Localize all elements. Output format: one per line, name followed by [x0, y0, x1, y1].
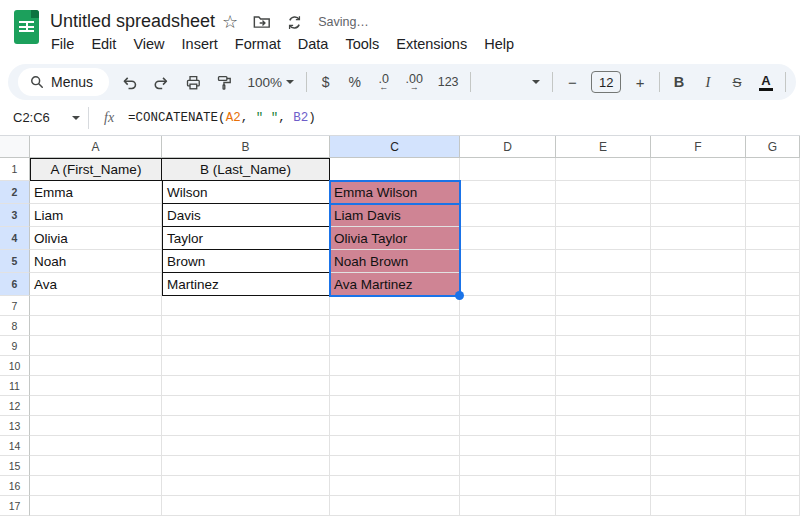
cell-D1[interactable] — [460, 158, 556, 181]
column-header-C[interactable]: C — [330, 136, 460, 158]
font-family-select[interactable] — [480, 69, 543, 95]
cell-A9[interactable] — [30, 336, 162, 356]
row-header-12[interactable]: 12 — [0, 396, 30, 416]
cell-A8[interactable] — [30, 316, 162, 336]
cell-F12[interactable] — [651, 396, 746, 416]
cell-C15[interactable] — [330, 456, 460, 476]
cell-D2[interactable] — [460, 181, 556, 204]
cell-D14[interactable] — [460, 436, 556, 456]
row-header-15[interactable]: 15 — [0, 456, 30, 476]
document-title[interactable]: Untitled spreadsheet — [50, 11, 215, 32]
cell-D13[interactable] — [460, 416, 556, 436]
menu-format[interactable]: Format — [233, 35, 283, 53]
cell-C4[interactable]: Olivia Taylor — [330, 227, 460, 250]
cell-C13[interactable] — [330, 416, 460, 436]
decrease-font-size-button[interactable]: − — [562, 69, 582, 95]
cell-F7[interactable] — [651, 296, 746, 316]
row-header-17[interactable]: 17 — [0, 496, 30, 516]
row-header-10[interactable]: 10 — [0, 356, 30, 376]
cell-G6[interactable] — [746, 273, 800, 296]
undo-button[interactable] — [118, 69, 141, 95]
cell-A14[interactable] — [30, 436, 162, 456]
cell-A17[interactable] — [30, 496, 162, 516]
cell-B13[interactable] — [162, 416, 330, 436]
row-header-14[interactable]: 14 — [0, 436, 30, 456]
cell-G12[interactable] — [746, 396, 800, 416]
cell-G3[interactable] — [746, 204, 800, 227]
cell-A1[interactable]: A (First_Name) — [30, 158, 162, 181]
cell-D3[interactable] — [460, 204, 556, 227]
cell-C6[interactable]: Ava Martinez — [330, 273, 460, 296]
cell-D15[interactable] — [460, 456, 556, 476]
cell-D8[interactable] — [460, 316, 556, 336]
column-header-D[interactable]: D — [460, 136, 556, 158]
cell-G13[interactable] — [746, 416, 800, 436]
cell-E11[interactable] — [556, 376, 651, 396]
select-all-corner[interactable] — [0, 136, 30, 158]
cell-E5[interactable] — [556, 250, 651, 273]
cell-E16[interactable] — [556, 476, 651, 496]
row-header-8[interactable]: 8 — [0, 316, 30, 336]
cell-F8[interactable] — [651, 316, 746, 336]
cell-C5[interactable]: Noah Brown — [330, 250, 460, 273]
cell-E9[interactable] — [556, 336, 651, 356]
cell-A12[interactable] — [30, 396, 162, 416]
column-header-B[interactable]: B — [162, 136, 330, 158]
menus-search-button[interactable]: Menus — [18, 68, 109, 96]
cell-F14[interactable] — [651, 436, 746, 456]
menu-tools[interactable]: Tools — [343, 35, 381, 53]
cell-B3[interactable]: Davis — [162, 204, 330, 227]
cell-B8[interactable] — [162, 316, 330, 336]
cell-D4[interactable] — [460, 227, 556, 250]
cell-D10[interactable] — [460, 356, 556, 376]
cell-C16[interactable] — [330, 476, 460, 496]
cell-D11[interactable] — [460, 376, 556, 396]
cell-B6[interactable]: Martinez — [162, 273, 330, 296]
text-color-button[interactable]: A — [756, 69, 776, 95]
cell-F15[interactable] — [651, 456, 746, 476]
cell-C17[interactable] — [330, 496, 460, 516]
cell-A10[interactable] — [30, 356, 162, 376]
cell-F16[interactable] — [651, 476, 746, 496]
cell-E15[interactable] — [556, 456, 651, 476]
row-header-3[interactable]: 3 — [0, 204, 30, 227]
cell-C8[interactable] — [330, 316, 460, 336]
cell-A15[interactable] — [30, 456, 162, 476]
column-header-E[interactable]: E — [556, 136, 651, 158]
cell-B15[interactable] — [162, 456, 330, 476]
cell-D9[interactable] — [460, 336, 556, 356]
sync-saving-icon[interactable] — [286, 14, 303, 31]
cell-E10[interactable] — [556, 356, 651, 376]
cell-E3[interactable] — [556, 204, 651, 227]
move-to-folder-icon[interactable] — [253, 14, 271, 30]
cell-C2[interactable]: Emma Wilson — [330, 181, 460, 204]
cell-C11[interactable] — [330, 376, 460, 396]
cell-G17[interactable] — [746, 496, 800, 516]
row-header-11[interactable]: 11 — [0, 376, 30, 396]
cell-B9[interactable] — [162, 336, 330, 356]
cell-F1[interactable] — [651, 158, 746, 181]
cell-B5[interactable]: Brown — [162, 250, 330, 273]
cell-C12[interactable] — [330, 396, 460, 416]
cell-F11[interactable] — [651, 376, 746, 396]
cell-E6[interactable] — [556, 273, 651, 296]
row-header-5[interactable]: 5 — [0, 250, 30, 273]
cell-G2[interactable] — [746, 181, 800, 204]
cell-B2[interactable]: Wilson — [162, 181, 330, 204]
italic-button[interactable]: I — [698, 69, 718, 95]
star-icon[interactable]: ☆ — [222, 12, 238, 32]
print-button[interactable] — [182, 69, 205, 95]
increase-font-size-button[interactable]: + — [630, 69, 650, 95]
row-header-6[interactable]: 6 — [0, 273, 30, 296]
format-percent-button[interactable]: % — [345, 69, 365, 95]
cell-B12[interactable] — [162, 396, 330, 416]
column-header-A[interactable]: A — [30, 136, 162, 158]
cell-C14[interactable] — [330, 436, 460, 456]
menu-file[interactable]: File — [49, 35, 76, 53]
cell-F5[interactable] — [651, 250, 746, 273]
redo-button[interactable] — [150, 69, 173, 95]
cell-C7[interactable] — [330, 296, 460, 316]
cell-G7[interactable] — [746, 296, 800, 316]
cell-G9[interactable] — [746, 336, 800, 356]
cell-E2[interactable] — [556, 181, 651, 204]
